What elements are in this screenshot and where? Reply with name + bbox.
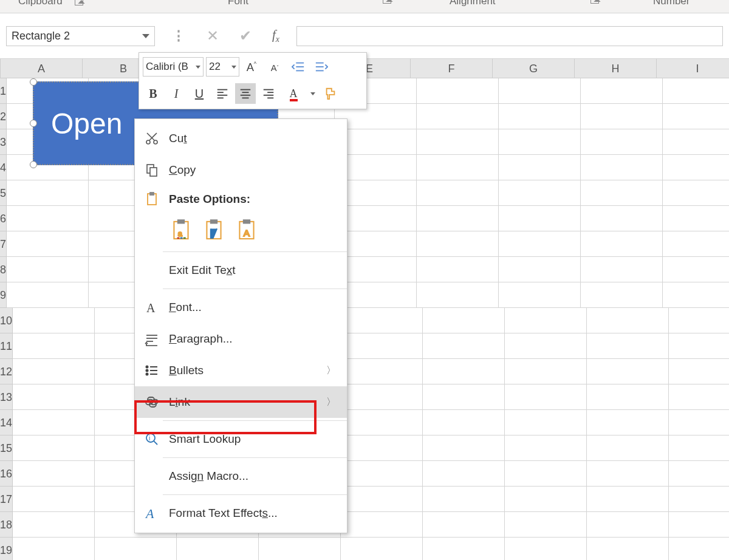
row-header[interactable]: 10: [0, 308, 13, 333]
cell[interactable]: [341, 359, 423, 384]
cell[interactable]: [13, 384, 95, 410]
cell[interactable]: [341, 512, 423, 538]
cell[interactable]: [663, 180, 729, 206]
cell[interactable]: [423, 359, 505, 384]
cell[interactable]: [581, 129, 663, 155]
dialog-launcher-icon[interactable]: [75, 0, 83, 5]
cell[interactable]: [581, 257, 663, 282]
cell[interactable]: [417, 257, 499, 282]
row-header[interactable]: 16: [0, 461, 13, 487]
row-header[interactable]: 9: [0, 282, 7, 308]
cell[interactable]: [13, 538, 95, 560]
column-header[interactable]: A: [1, 59, 83, 78]
cell[interactable]: [341, 435, 423, 461]
cell[interactable]: [417, 78, 499, 104]
cell[interactable]: [669, 487, 729, 512]
chevron-down-icon[interactable]: [142, 34, 149, 38]
row-header[interactable]: 17: [0, 487, 13, 512]
cell[interactable]: [581, 104, 663, 129]
name-box[interactable]: Rectangle 2: [6, 26, 155, 46]
cell[interactable]: [581, 180, 663, 206]
menu-assign-macro[interactable]: Assign Macro...: [135, 460, 347, 492]
cell[interactable]: [663, 206, 729, 231]
cell[interactable]: [505, 435, 587, 461]
cell[interactable]: [341, 461, 423, 487]
cell[interactable]: [13, 359, 95, 384]
cell[interactable]: [669, 359, 729, 384]
cell[interactable]: [13, 308, 95, 333]
row-header[interactable]: 19: [0, 538, 13, 560]
underline-button[interactable]: U: [189, 83, 210, 104]
cell[interactable]: [587, 435, 669, 461]
cell[interactable]: [417, 104, 499, 129]
cell[interactable]: [499, 180, 581, 206]
row-header[interactable]: 13: [0, 384, 13, 410]
row-header[interactable]: 1: [0, 78, 7, 104]
cell[interactable]: [587, 487, 669, 512]
cell[interactable]: [13, 333, 95, 359]
cell[interactable]: [341, 333, 423, 359]
increase-font-size-button[interactable]: A^: [242, 56, 262, 77]
column-header[interactable]: H: [575, 59, 657, 78]
cell[interactable]: [581, 206, 663, 231]
cell[interactable]: [587, 461, 669, 487]
column-header[interactable]: G: [493, 59, 575, 78]
cell[interactable]: [587, 512, 669, 538]
cell[interactable]: [505, 384, 587, 410]
cell[interactable]: [417, 206, 499, 231]
select-all-button[interactable]: [0, 59, 1, 78]
row-header[interactable]: 7: [0, 231, 7, 257]
cell[interactable]: [669, 538, 729, 560]
cell[interactable]: [423, 538, 505, 560]
cell[interactable]: [663, 78, 729, 104]
format-painter-button[interactable]: [320, 83, 341, 104]
align-right-button[interactable]: [258, 83, 279, 104]
menu-copy[interactable]: Copy: [135, 154, 347, 186]
cell[interactable]: [423, 308, 505, 333]
cell[interactable]: [417, 180, 499, 206]
insert-function-icon[interactable]: fx: [272, 27, 279, 44]
cell[interactable]: [505, 461, 587, 487]
decrease-font-size-button[interactable]: Aˇ: [265, 56, 286, 77]
cell[interactable]: [499, 155, 581, 180]
cell[interactable]: [423, 384, 505, 410]
cell[interactable]: [669, 333, 729, 359]
row-header[interactable]: 15: [0, 435, 13, 461]
menu-bullets[interactable]: Bullets 〉: [135, 355, 347, 386]
enter-icon[interactable]: ✔: [239, 27, 252, 44]
cell[interactable]: [587, 410, 669, 435]
cell[interactable]: [499, 231, 581, 257]
cell[interactable]: [587, 384, 669, 410]
cell[interactable]: [259, 538, 341, 560]
cell[interactable]: [499, 78, 581, 104]
cell[interactable]: [499, 129, 581, 155]
cell[interactable]: [7, 257, 89, 282]
font-size-dropdown[interactable]: 22: [206, 57, 239, 77]
cell[interactable]: [499, 206, 581, 231]
row-header[interactable]: 3: [0, 129, 7, 155]
cell[interactable]: [663, 231, 729, 257]
menu-cut[interactable]: Cut: [135, 123, 347, 154]
italic-button[interactable]: I: [166, 83, 187, 104]
cell[interactable]: [423, 435, 505, 461]
menu-smart-lookup[interactable]: i Smart Lookup: [135, 423, 347, 455]
cell[interactable]: [669, 308, 729, 333]
cell[interactable]: [581, 78, 663, 104]
menu-font[interactable]: A Font...: [135, 292, 347, 323]
row-header[interactable]: 12: [0, 359, 13, 384]
cell[interactable]: [13, 461, 95, 487]
font-color-dropdown[interactable]: [308, 83, 318, 104]
cell[interactable]: [669, 461, 729, 487]
cell[interactable]: [423, 333, 505, 359]
cell[interactable]: [7, 231, 89, 257]
cell[interactable]: [581, 155, 663, 180]
menu-link[interactable]: Link 〉: [135, 386, 347, 418]
cell[interactable]: [669, 512, 729, 538]
menu-exit-edit-text[interactable]: Exit Edit Text: [135, 254, 347, 286]
cell[interactable]: [587, 359, 669, 384]
row-header[interactable]: 6: [0, 206, 7, 231]
cell[interactable]: [581, 282, 663, 308]
cell[interactable]: [663, 104, 729, 129]
cell[interactable]: [417, 282, 499, 308]
paste-text-only-button[interactable]: A: [234, 217, 259, 243]
